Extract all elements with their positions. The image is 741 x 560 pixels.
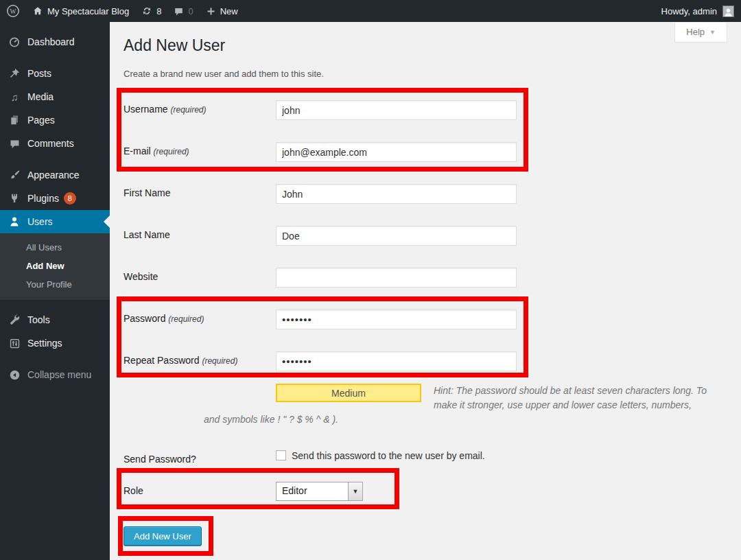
sidebar-item-label: Pages xyxy=(27,115,55,126)
repeat-password-input[interactable] xyxy=(276,351,517,371)
wp-logo-button[interactable]: W xyxy=(0,0,26,22)
sidebar-item-posts[interactable]: Posts xyxy=(0,62,110,85)
submit-row: Add New User xyxy=(124,526,741,546)
menu-separator xyxy=(0,355,110,363)
sidebar-item-label: Settings xyxy=(27,338,62,349)
plus-icon xyxy=(206,6,216,16)
send-password-label: Send Password? xyxy=(124,450,276,465)
menu-separator xyxy=(0,54,110,62)
website-label: Website xyxy=(124,268,276,288)
sidebar-item-label: Collapse menu xyxy=(27,369,91,380)
wordpress-logo-icon: W xyxy=(6,4,20,18)
updates-count: 8 xyxy=(156,6,161,16)
comments-menu[interactable]: 0 xyxy=(167,0,199,22)
collapse-icon xyxy=(7,369,22,381)
admin-bar: W My Spectacular Blog 8 0 New Howdy, adm… xyxy=(0,0,741,22)
sliders-icon xyxy=(7,338,22,349)
first-name-row: First Name xyxy=(124,184,741,204)
send-password-row: Send Password? Send this password to the… xyxy=(124,450,741,465)
submenu-item-label: Add New xyxy=(26,261,64,271)
user-avatar[interactable] xyxy=(722,5,734,17)
collapse-menu-button[interactable]: Collapse menu xyxy=(0,363,110,386)
username-label: Username (required) xyxy=(124,100,276,120)
sidebar-item-pages[interactable]: Pages xyxy=(0,108,110,132)
role-select[interactable]: Editor ▼ xyxy=(276,482,363,501)
send-password-checkbox-label[interactable]: Send this password to the new user by em… xyxy=(292,450,485,461)
sidebar-item-label: Posts xyxy=(27,68,51,79)
sidebar-item-label: Dashboard xyxy=(27,36,75,47)
email-row: E-mail (required) xyxy=(124,142,741,162)
submenu-item-add-new[interactable]: Add New xyxy=(0,257,110,275)
submenu-item-label: Your Profile xyxy=(26,279,72,290)
submenu-item-all-users[interactable]: All Users xyxy=(0,238,110,257)
site-name: My Spectacular Blog xyxy=(47,6,129,16)
pin-icon xyxy=(7,67,22,80)
add-new-user-button[interactable]: Add New User xyxy=(124,526,202,546)
sidebar-item-users[interactable]: Users xyxy=(0,210,110,233)
chevron-down-icon: ▼ xyxy=(709,29,716,36)
repeat-password-label: Repeat Password (required) xyxy=(124,351,276,371)
sidebar-item-appearance[interactable]: Appearance xyxy=(0,163,110,187)
sidebar-item-label: Appearance xyxy=(27,170,80,180)
password-input[interactable] xyxy=(276,310,517,329)
sidebar-item-label: Media xyxy=(27,91,54,102)
sidebar-item-plugins[interactable]: Plugins 8 xyxy=(0,187,110,210)
website-row: Website xyxy=(124,268,741,288)
users-icon xyxy=(7,215,22,228)
sidebar-item-dashboard[interactable]: Dashboard xyxy=(0,30,110,54)
updates-icon xyxy=(141,5,152,16)
site-name-menu[interactable]: My Spectacular Blog xyxy=(26,0,135,22)
page-title: Add New User xyxy=(124,30,741,56)
comments-count: 0 xyxy=(188,6,193,16)
howdy-text[interactable]: Howdy, admin xyxy=(661,6,717,16)
password-label: Password (required) xyxy=(124,310,276,329)
dashboard-icon xyxy=(7,36,22,48)
users-submenu: All Users Add New Your Profile xyxy=(0,233,110,300)
help-label: Help xyxy=(686,27,705,37)
menu-separator xyxy=(0,300,110,308)
comments-icon xyxy=(7,138,22,150)
plugins-update-badge: 8 xyxy=(64,192,76,205)
paintbrush-icon xyxy=(7,169,22,181)
role-row: Role Editor ▼ xyxy=(124,482,741,501)
wrench-icon xyxy=(7,314,22,326)
new-content-menu[interactable]: New xyxy=(200,0,244,22)
sidebar-item-media[interactable]: ♫ Media xyxy=(0,85,110,108)
add-new-user-form: Username (required) E-mail (required) Fi… xyxy=(124,100,741,546)
pages-icon xyxy=(7,114,22,126)
password-strength-row: Medium Hint: The password should be at l… xyxy=(124,384,741,427)
submenu-item-label: All Users xyxy=(26,242,62,253)
password-strength-meter: Medium xyxy=(276,384,421,402)
sidebar-item-label: Comments xyxy=(27,138,74,149)
sidebar-item-settings[interactable]: Settings xyxy=(0,331,110,355)
last-name-row: Last Name xyxy=(124,226,741,246)
website-input[interactable] xyxy=(276,268,517,288)
comment-bubble-icon xyxy=(174,6,184,16)
first-name-label: First Name xyxy=(124,184,276,204)
select-dropdown-arrow-icon: ▼ xyxy=(348,482,362,500)
send-password-checkbox[interactable] xyxy=(276,450,286,460)
last-name-label: Last Name xyxy=(124,226,276,246)
username-input[interactable] xyxy=(276,100,517,120)
help-button[interactable]: Help ▼ xyxy=(674,23,727,43)
sidebar-item-comments[interactable]: Comments xyxy=(0,132,110,155)
updates-menu[interactable]: 8 xyxy=(135,0,167,22)
sidebar-item-tools[interactable]: Tools xyxy=(0,308,110,331)
username-row: Username (required) xyxy=(124,100,741,120)
page-description: Create a brand new user and add them to … xyxy=(124,69,741,79)
email-field[interactable] xyxy=(276,142,517,162)
password-row: Password (required) xyxy=(124,310,741,329)
media-icon: ♫ xyxy=(7,92,22,102)
first-name-input[interactable] xyxy=(276,184,517,204)
sidebar-item-label: Tools xyxy=(27,314,50,325)
sidebar-item-label: Plugins xyxy=(27,193,59,204)
submenu-item-your-profile[interactable]: Your Profile xyxy=(0,275,110,294)
menu-separator xyxy=(0,155,110,163)
home-icon xyxy=(32,5,43,16)
sidebar-item-label: Users xyxy=(27,216,53,227)
repeat-password-row: Repeat Password (required) xyxy=(124,351,741,371)
main-content: Help ▼ Add New User Create a brand new u… xyxy=(110,22,741,560)
last-name-input[interactable] xyxy=(276,226,517,246)
new-label: New xyxy=(220,6,238,16)
admin-sidebar: Dashboard Posts ♫ Media Pages Comments A… xyxy=(0,22,110,560)
